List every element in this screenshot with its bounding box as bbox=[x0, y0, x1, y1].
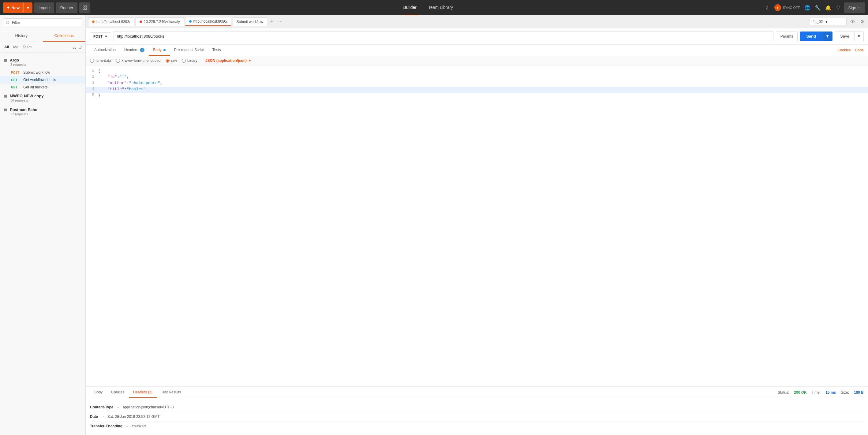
env-selector: fat_02 ▼ 👁 ⚙ bbox=[810, 18, 866, 26]
filter-me[interactable]: Me bbox=[12, 44, 20, 50]
collection-name: Argo bbox=[10, 58, 19, 62]
radio-raw[interactable]: raw bbox=[165, 59, 177, 63]
import-button[interactable]: Import bbox=[34, 2, 54, 13]
headers-badge: 1 bbox=[140, 48, 145, 52]
radio-urlencoded[interactable]: x-www-form-urlencoded bbox=[116, 59, 160, 63]
settings-button[interactable]: ⚙ bbox=[859, 18, 866, 26]
radio-urlencoded-input[interactable] bbox=[116, 59, 120, 63]
request-line: POST ▼ Params Send ▼ Save ▼ bbox=[86, 28, 868, 45]
dot-blue bbox=[189, 20, 192, 23]
code-link[interactable]: Code bbox=[855, 48, 864, 52]
collection-postman-echo[interactable]: ◼ Postman Echo 37 requests bbox=[0, 105, 85, 119]
tab-tests[interactable]: Tests bbox=[208, 45, 225, 56]
tab-team-library[interactable]: Team Library bbox=[427, 0, 454, 15]
svg-rect-0 bbox=[83, 6, 85, 7]
new-label: New bbox=[11, 5, 20, 10]
filter-actions: ☷ ⇵ bbox=[73, 45, 82, 49]
radio-binary-input[interactable] bbox=[182, 59, 186, 63]
new-caret[interactable]: ▼ bbox=[24, 2, 32, 13]
tab-more-button[interactable]: ⋯ bbox=[276, 18, 284, 25]
code-line-3: 3 "author":"shakespeare", bbox=[86, 81, 868, 87]
request-tabs: Authorization Headers 1 Body Pre-request… bbox=[86, 45, 868, 56]
method-select[interactable]: POST ▼ bbox=[90, 32, 111, 40]
json-type-label: JSON (application/json) bbox=[205, 59, 247, 63]
params-button[interactable]: Params bbox=[776, 32, 798, 41]
send-button[interactable]: Send bbox=[800, 32, 822, 41]
search-input[interactable] bbox=[3, 19, 82, 27]
tab-collections[interactable]: Collections bbox=[43, 30, 86, 42]
radio-raw-input[interactable] bbox=[165, 59, 169, 63]
wrench-icon[interactable]: 🔧 bbox=[815, 5, 821, 11]
collection-argo[interactable]: ◼ Argo 3 requests bbox=[0, 55, 85, 69]
url-input[interactable] bbox=[114, 31, 773, 41]
response-area: Body Cookies Headers (3) Test Results St… bbox=[86, 387, 868, 435]
tab-10-229[interactable]: 10.229.7.246/v1/analy bbox=[135, 18, 184, 26]
save-caret-button[interactable]: ▼ bbox=[855, 31, 864, 41]
sidebar-content: ◼ Argo 3 requests POST Submit workflow G… bbox=[0, 53, 85, 435]
tab-body-label: Body bbox=[153, 48, 161, 52]
resp-arrow: → bbox=[125, 424, 130, 428]
resp-status: Status: 200 OK Time: 15 ms Size: 180 B bbox=[778, 390, 864, 395]
sort-icon[interactable]: ⇵ bbox=[79, 45, 82, 49]
line-number: 1 bbox=[86, 69, 98, 75]
cookies-link[interactable]: Cookies bbox=[837, 48, 850, 52]
request-submit-workflow[interactable]: POST Submit workflow bbox=[0, 69, 85, 76]
sidebar-tabs: History Collections bbox=[0, 30, 85, 42]
dot-red bbox=[140, 21, 142, 23]
filter-all[interactable]: All bbox=[3, 44, 10, 50]
tab-localhost-8080[interactable]: http://localhost:8080/ bbox=[185, 17, 231, 26]
request-get-buckets[interactable]: GET Get all buckets bbox=[0, 83, 85, 91]
tab-submit-workflow[interactable]: Submit workflow bbox=[232, 18, 267, 26]
response-header-content-type: Content-Type → application/json;charset=… bbox=[90, 403, 864, 412]
tab-label: 10.229.7.246/v1/analy bbox=[144, 20, 180, 24]
tab-history[interactable]: History bbox=[0, 30, 43, 42]
new-button[interactable]: + New ▼ bbox=[3, 2, 32, 13]
resp-header-key: Date bbox=[90, 414, 98, 419]
radio-binary[interactable]: binary bbox=[182, 59, 197, 63]
tab-builder[interactable]: Builder bbox=[402, 0, 418, 15]
tab-pre-request[interactable]: Pre-request Script bbox=[170, 45, 208, 56]
bell-icon[interactable]: 🔔 bbox=[825, 5, 831, 11]
resp-tab-headers[interactable]: Headers (3) bbox=[129, 387, 157, 398]
radio-form-data[interactable]: form-data bbox=[90, 59, 111, 63]
save-button[interactable]: Save bbox=[835, 31, 855, 41]
workspace-icon bbox=[82, 5, 87, 10]
signin-button[interactable]: Sign In bbox=[844, 2, 865, 13]
resp-header-value: application/json;charset=UTF-8 bbox=[123, 405, 174, 409]
send-caret-button[interactable]: ▼ bbox=[822, 32, 833, 41]
radio-form-data-label: form-data bbox=[95, 59, 111, 63]
globe-icon[interactable]: 🌐 bbox=[804, 5, 810, 11]
env-value: fat_02 bbox=[813, 20, 823, 24]
code-line-1: 1 { bbox=[86, 69, 868, 75]
request-name: Get workflow details bbox=[23, 78, 56, 82]
response-content: Content-Type → application/json;charset=… bbox=[86, 398, 868, 435]
svg-rect-1 bbox=[85, 6, 87, 7]
response-header-transfer: Transfer-Encoding → chunked bbox=[90, 422, 864, 431]
method-get-badge: GET bbox=[11, 78, 21, 82]
heart-icon[interactable]: ♡ bbox=[836, 5, 840, 11]
request-get-workflow[interactable]: GET Get workflow details bbox=[0, 76, 85, 83]
tab-body[interactable]: Body bbox=[149, 45, 170, 56]
code-editor[interactable]: 1 { 2 "id":"1", 3 "author":"shakespeare"… bbox=[86, 65, 868, 387]
workspace-button[interactable] bbox=[79, 2, 90, 13]
tab-headers[interactable]: Headers 1 bbox=[120, 45, 149, 56]
runner-button[interactable]: Runner bbox=[56, 2, 78, 13]
tab-localhost-9393[interactable]: http://localhost:9393/ bbox=[88, 18, 134, 26]
new-collection-icon[interactable]: ☷ bbox=[73, 45, 76, 49]
dot-orange bbox=[92, 21, 95, 23]
radio-form-data-input[interactable] bbox=[90, 59, 94, 63]
resp-tab-body[interactable]: Body bbox=[90, 387, 107, 398]
svg-rect-3 bbox=[85, 8, 87, 9]
resp-tab-cookies[interactable]: Cookies bbox=[107, 387, 128, 398]
tab-authorization[interactable]: Authorization bbox=[90, 45, 120, 56]
resp-tab-test-results[interactable]: Test Results bbox=[157, 387, 185, 398]
tab-add-button[interactable]: + bbox=[269, 17, 275, 26]
filter-team[interactable]: Team bbox=[22, 44, 33, 50]
env-dropdown[interactable]: fat_02 ▼ bbox=[810, 18, 846, 25]
resp-arrow: → bbox=[101, 414, 105, 419]
moon-icon[interactable]: ☾ bbox=[766, 5, 770, 11]
collection-mweo[interactable]: ◼ MWEO-NEW copy 56 requests bbox=[0, 91, 85, 105]
line-content: } bbox=[98, 93, 868, 99]
env-eye-button[interactable]: 👁 bbox=[849, 18, 856, 26]
json-type-selector[interactable]: JSON (application/json) ▼ bbox=[205, 59, 252, 63]
